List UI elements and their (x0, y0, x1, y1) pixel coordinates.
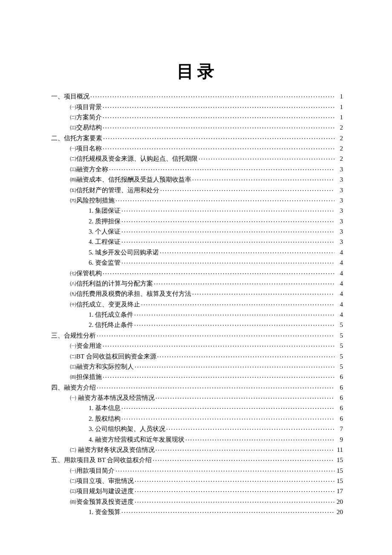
toc-leader-dots (121, 508, 334, 514)
toc-entry-label: 2. 信托终止条件 (89, 322, 133, 328)
toc-entry-page: 17 (335, 488, 343, 494)
toc-entry-label: 3. 个人保证 (89, 228, 121, 235)
toc-entry-page: 20 (335, 499, 343, 505)
toc-entry: 2. 信托终止条件5 (51, 319, 343, 330)
toc-entry: 1. 信托成立条件4 (51, 309, 343, 319)
toc-entry-label: ㈡项目立项、审批情况 (70, 478, 134, 484)
toc-leader-dots (103, 134, 334, 140)
toc-leader-dots (135, 497, 334, 504)
toc-entry-page: 3 (335, 239, 343, 245)
toc-entry-label: ㈠资金用途 (70, 343, 102, 349)
toc-entry-page: 1 (335, 104, 343, 110)
toc-entry: ㈦保管机构4 (51, 267, 343, 278)
toc-entry-page: 6 (335, 416, 343, 422)
toc-entry: ㈡信托规模及资金来源、认购起点、信托期限2 (51, 153, 343, 163)
toc-entry-label: ㈢融资方和实际控制人 (70, 364, 134, 370)
toc-entry-page: 5 (335, 364, 343, 370)
toc-leader-dots (160, 186, 334, 192)
toc-entry-label: 5. 城乡开发公司回购承诺 (89, 249, 159, 256)
toc-leader-dots (153, 456, 334, 462)
toc-entry-page: 2 (335, 156, 343, 162)
toc-entry-label: 1. 集团保证 (89, 208, 121, 214)
toc-entry-page: 2 (335, 145, 343, 152)
toc-entry-page: 4 (335, 280, 343, 287)
toc-leader-dots (103, 373, 334, 379)
toc-entry-label: 2. 质押担保 (89, 218, 121, 225)
toc-leader-dots (134, 321, 334, 327)
toc-entry: ㈣担保措施6 (51, 371, 343, 382)
toc-leader-dots (103, 341, 334, 348)
toc-leader-dots (156, 445, 334, 452)
toc-leader-dots (115, 466, 334, 473)
toc-entry-page: 15 (335, 478, 343, 484)
toc-entry-page: 5 (335, 343, 343, 349)
toc-entry-page: 3 (335, 218, 343, 225)
toc-entry-label: 一、项目概况 (51, 93, 89, 100)
toc-entry: ㈥风险控制措施3 (51, 195, 343, 205)
toc-entry-label: ㈣担保措施 (70, 374, 102, 380)
toc-leader-dots (97, 331, 334, 338)
toc-leader-dots (199, 154, 334, 161)
toc-entry: ㈢交易结构2 (51, 122, 343, 132)
toc-entry: ㈣资金预算及投资进度20 (51, 496, 343, 506)
toc-entry-label: ㈤信托财产的管理、运用和处分 (70, 187, 159, 194)
toc-entry-label: ㈢交易结构 (70, 124, 102, 131)
toc-entry-label: 2. 股权结构 (89, 416, 121, 422)
toc-entry: 6. 资金监管4 (51, 257, 343, 267)
toc-entry-label: 二、信托方案要素 (51, 135, 102, 142)
toc-entry-label: 3. 公司组织构架、人员状况 (89, 426, 165, 432)
toc-entry-page: 7 (335, 426, 343, 432)
toc-entry-page: 4 (335, 270, 343, 277)
toc-entry-page: 1 (335, 114, 343, 121)
toc-leader-dots (115, 196, 334, 202)
toc-entry: ㈠ 融资方基本情况及经营情况6 (51, 392, 343, 402)
toc-entry-page: 6 (335, 405, 343, 411)
toc-entry-label: ㈩信托成立、变更及终止 (70, 301, 140, 308)
table-of-contents: 一、项目概况1㈠项目背景1㈡方案简介1㈢交易结构2二、信托方案要素2㈠项目名称2… (51, 91, 343, 517)
toc-entry-page: 3 (335, 166, 343, 173)
toc-entry-page: 4 (335, 249, 343, 256)
toc-entry-page: 5 (335, 353, 343, 360)
toc-entry-page: 5 (335, 332, 343, 339)
toc-entry: 1. 集团保证3 (51, 205, 343, 215)
toc-entry: ㈠项目背景1 (51, 101, 343, 111)
toc-entry-label: ㈠项目背景 (70, 104, 102, 110)
toc-entry: 五、用款项目及 BT 合同收益权介绍15 (51, 454, 343, 465)
toc-leader-dots (166, 425, 334, 431)
toc-entry: 3. 个人保证3 (51, 226, 343, 236)
toc-entry-label: ㈡方案简介 (70, 114, 102, 121)
toc-entry-label: 1. 资金预算 (89, 509, 121, 515)
toc-entry: ㈤信托财产的管理、运用和处分3 (51, 184, 343, 194)
toc-entry: ㈠用款项目简介15 (51, 465, 343, 475)
toc-leader-dots (121, 237, 334, 244)
toc-entry-label: ㈢融资方全称 (70, 166, 108, 173)
toc-leader-dots (121, 404, 334, 410)
toc-entry: ㈡项目立项、审批情况15 (51, 475, 343, 486)
toc-entry-page: 4 (335, 260, 343, 266)
toc-leader-dots (135, 362, 334, 369)
toc-leader-dots (134, 310, 334, 317)
toc-leader-dots (160, 248, 334, 254)
toc-entry-label: ㈢项目规划与建设进度 (70, 488, 134, 494)
toc-entry-label: ㈨信托费用及税费的承担、核算及支付方法 (70, 291, 191, 297)
toc-leader-dots (154, 279, 334, 286)
toc-entry-page: 4 (335, 301, 343, 308)
toc-entry: ㈨信托费用及税费的承担、核算及支付方法4 (51, 288, 343, 298)
toc-entry-label: ㈦保管机构 (70, 270, 102, 277)
toc-entry-label: ㈣融资成本、信托报酬及受益人预期收益率 (70, 176, 191, 183)
toc-entry-page: 11 (335, 447, 343, 453)
toc-entry: 1. 基本信息6 (51, 402, 343, 413)
toc-entry: ㈡ 融资方财务状况及资信情况11 (51, 444, 343, 454)
toc-entry: 4. 工程保证3 (51, 236, 343, 246)
toc-entry-page: 3 (335, 228, 343, 235)
toc-entry-page: 4 (335, 312, 343, 318)
toc-leader-dots (121, 414, 334, 421)
toc-entry: ㈧信托利益的计算与分配方案4 (51, 278, 343, 288)
toc-leader-dots (103, 144, 334, 150)
toc-entry-page: 3 (335, 176, 343, 183)
toc-leader-dots (135, 487, 334, 493)
toc-entry-page: 2 (335, 135, 343, 142)
toc-entry: ㈢融资方和实际控制人5 (51, 361, 343, 371)
toc-entry: ㈠项目名称2 (51, 143, 343, 153)
toc-entry: 二、信托方案要素2 (51, 133, 343, 143)
